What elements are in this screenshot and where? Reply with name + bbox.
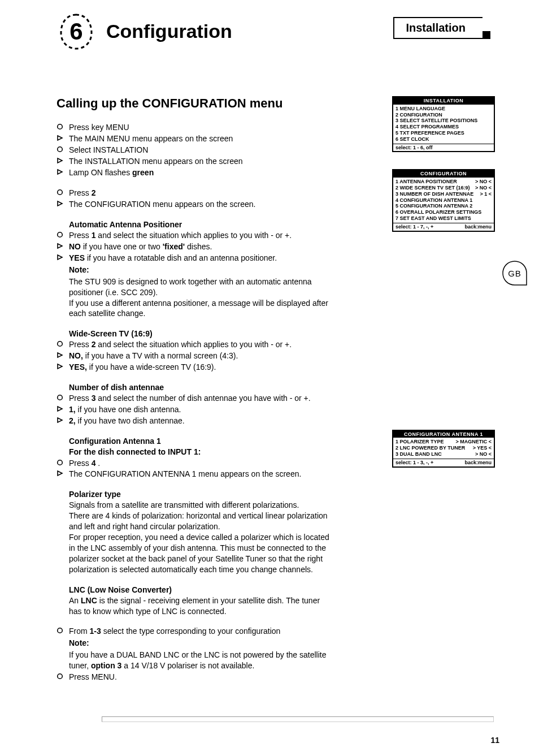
osd-title: CONFIGURATION: [393, 170, 494, 178]
step-text: YES, if you have a wide-screen TV (16:9)…: [69, 362, 333, 373]
triangle-icon: [56, 241, 69, 252]
step-text: 1, if you have one dish antenna.: [69, 404, 333, 415]
svg-point-2: [58, 146, 63, 152]
step-text: 2, if you have two dish antennae.: [69, 416, 333, 426]
step-line: Press key MENU: [56, 122, 333, 133]
osd-row: 4 SELECT PROGRAMMES: [395, 124, 492, 130]
svg-point-4: [58, 232, 63, 237]
step-text: The MAIN MENU menu appears on the screen: [69, 133, 333, 144]
steps-final: From 1-3 select the type corresponding t…: [56, 626, 333, 637]
step-text: Press 4 .: [69, 458, 333, 469]
osd-row: 4 CONFIGURATION ANTENNA 1: [395, 197, 492, 204]
step-text: Press 1 and select the situation which a…: [69, 230, 333, 241]
svg-point-6: [58, 395, 63, 400]
osd-conf-ant1: CONFIGURATION ANTENNA 11 POLARIZER TYPE>…: [392, 430, 495, 468]
osd-configuration: CONFIGURATION1 ANTENNA POSITIONER> NO <2…: [392, 169, 495, 231]
triangle-icon: [56, 351, 69, 361]
note-body: The STU 909 is designed to work together…: [69, 277, 333, 319]
osd-footer: select: 1 - 3, -, +back:menu: [393, 459, 494, 466]
subheading-lnc: LNC (Low Noise Converter): [69, 585, 333, 594]
step-line: Press MENU.: [56, 672, 333, 682]
triangle-icon: [56, 362, 69, 373]
circle-icon: [56, 393, 69, 404]
step-line: The MAIN MENU menu appears on the screen: [56, 133, 333, 144]
step-text: NO if you have one or two 'fixed' dishes…: [69, 241, 333, 252]
svg-point-1: [58, 124, 63, 129]
step-line: Select INSTALLATION: [56, 145, 333, 155]
step-text: Press key MENU: [69, 122, 333, 133]
step-line: YES if you have a rotatable dish and an …: [56, 253, 333, 263]
step-line: Press 2 and select the situation which a…: [56, 339, 333, 350]
osd-row: 5 TXT PREFERENCE PAGES: [395, 130, 492, 136]
step-text: NO, if you have a TV with a normal scree…: [69, 351, 333, 361]
step-line: Lamp ON flashes green: [56, 167, 333, 178]
svg-point-9: [58, 674, 63, 679]
osd-footer: select: 1 - 6, off: [393, 144, 494, 152]
circle-icon: [56, 672, 69, 682]
osd-footer: select: 1 - 7, -, +back:menu: [393, 223, 494, 231]
final-note-label: Note:: [69, 638, 333, 649]
step-text: Select INSTALLATION: [69, 145, 333, 155]
step-line: 2, if you have two dish antennae.: [56, 416, 333, 426]
steps-conf-ant1: Press 4 .The CONFIGURATION ANTENNA 1 men…: [56, 458, 333, 480]
osd-row: 2 LNC POWERED BY TUNER> YES <: [395, 445, 492, 451]
circle-icon: [56, 122, 69, 133]
step-line: YES, if you have a wide-screen TV (16:9)…: [56, 362, 333, 373]
note-label: Note:: [69, 265, 333, 275]
osd-installation: INSTALLATION1 MENU LANGUAGE2 CONFIGURATI…: [392, 96, 495, 152]
step-text: Press 3 and select the number of dish an…: [69, 393, 333, 404]
svg-point-7: [58, 460, 63, 465]
step-line: The CONFIGURATION menu appears on the sc…: [56, 199, 333, 210]
step-line: From 1-3 select the type corresponding t…: [56, 626, 333, 637]
circle-icon: [56, 626, 69, 637]
step-line: Press 1 and select the situation which a…: [56, 230, 333, 241]
step-line: The INSTALLATION menu appears on the scr…: [56, 156, 333, 167]
step-text: YES if you have a rotatable dish and an …: [69, 253, 333, 263]
osd-row: 1 ANTENNA POSITIONER> NO <: [395, 179, 492, 185]
step-line: NO if you have one or two 'fixed' dishes…: [56, 241, 333, 252]
triangle-icon: [56, 133, 69, 144]
step-text: Press 2 and select the situation which a…: [69, 339, 333, 350]
circle-icon: [56, 230, 69, 241]
svg-point-8: [58, 628, 63, 633]
subheading-wide: Wide-Screen TV (16:9): [69, 329, 333, 338]
step-text: The CONFIGURATION ANTENNA 1 menu appears…: [69, 469, 333, 479]
final-note-body: If you have a DUAL BAND LNC or the LNC i…: [69, 650, 333, 671]
conf-ant1-sub: For the dish connected to INPUT 1:: [69, 447, 333, 457]
circle-icon: [56, 339, 69, 350]
osd-row: 2 CONFIGURATION: [395, 112, 492, 118]
triangle-icon: [56, 404, 69, 415]
circle-icon: [56, 458, 69, 469]
steps-wide: Press 2 and select the situation which a…: [56, 339, 333, 373]
footer-rule: [102, 716, 494, 722]
section-title: Calling up the CONFIGURATION menu: [56, 96, 333, 111]
steps-final2: Press MENU.: [56, 672, 333, 682]
triangle-icon: [56, 416, 69, 426]
triangle-icon: [56, 199, 69, 210]
subheading-conf-ant1: Configuration Antenna 1: [69, 437, 333, 446]
steps-num-dish: Press 3 and select the number of dish an…: [56, 393, 333, 426]
osd-row: 3 NUMBER OF DISH ANTENNAE> 1 <: [395, 191, 492, 197]
gb-icon: GB: [502, 260, 528, 286]
steps-auto-ant: Press 1 and select the situation which a…: [56, 230, 333, 263]
breadcrumb: Installation: [393, 17, 483, 39]
polarizer-body: Signals from a satellite are transmitted…: [69, 500, 333, 574]
step-text: The INSTALLATION menu appears on the scr…: [69, 156, 333, 167]
page-number: 11: [490, 736, 499, 745]
step-text: Lamp ON flashes green: [69, 167, 333, 178]
main-column: Calling up the CONFIGURATION menu Press …: [56, 96, 333, 683]
lnc-body: An LNC is the signal - receiving element…: [69, 595, 333, 617]
step-text: The CONFIGURATION menu appears on the sc…: [69, 199, 333, 210]
circle-icon: [56, 188, 69, 198]
osd-row: 2 WIDE SCREEN TV SET (16:9)> NO <: [395, 185, 492, 191]
osd-row: 3 SELECT SATELLITE POSITIONS: [395, 118, 492, 124]
triangle-icon: [56, 469, 69, 479]
step-line: NO, if you have a TV with a normal scree…: [56, 351, 333, 361]
svg-text:6: 6: [69, 18, 82, 45]
osd-row: 6 OVERALL POLARIZER SETTINGS: [395, 209, 492, 215]
triangle-icon: [56, 156, 69, 167]
triangle-icon: [56, 253, 69, 263]
chapter-title: Configuration: [106, 20, 232, 42]
osd-title: INSTALLATION: [393, 97, 494, 105]
circle-icon: [56, 145, 69, 155]
